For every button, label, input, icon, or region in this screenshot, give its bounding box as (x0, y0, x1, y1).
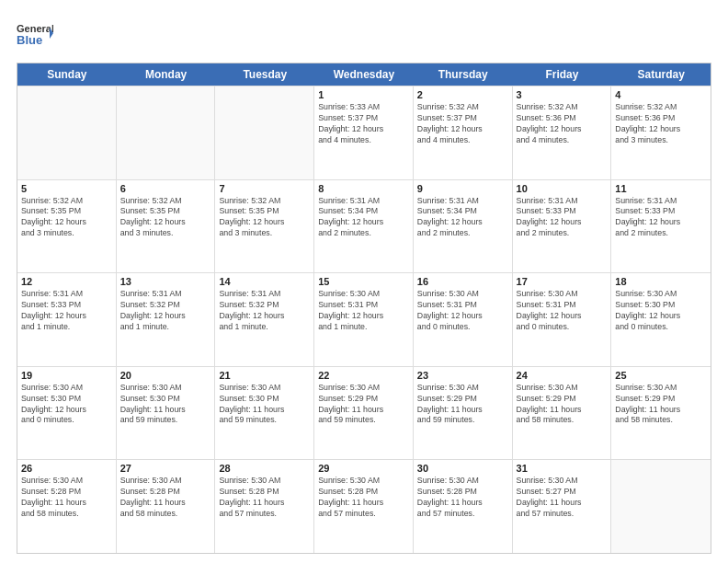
logo: GeneralBlue (17, 17, 53, 53)
calendar-cell: 17Sunrise: 5:30 AM Sunset: 5:31 PM Dayli… (513, 273, 612, 366)
calendar-cell: 6Sunrise: 5:32 AM Sunset: 5:35 PM Daylig… (117, 180, 216, 273)
weekday-header: Friday (513, 63, 612, 86)
day-number: 15 (318, 276, 409, 287)
day-number: 27 (120, 463, 211, 474)
calendar-cell: 26Sunrise: 5:30 AM Sunset: 5:28 PM Dayli… (17, 460, 117, 553)
calendar-cell: 27Sunrise: 5:30 AM Sunset: 5:28 PM Dayli… (117, 460, 216, 553)
day-number: 7 (219, 183, 310, 194)
weekday-header: Thursday (414, 63, 513, 86)
calendar-cell: 20Sunrise: 5:30 AM Sunset: 5:30 PM Dayli… (117, 367, 216, 460)
cell-info: Sunrise: 5:30 AM Sunset: 5:27 PM Dayligh… (517, 476, 608, 520)
day-number: 21 (219, 370, 310, 381)
calendar-cell: 18Sunrise: 5:30 AM Sunset: 5:30 PM Dayli… (611, 273, 711, 366)
calendar: SundayMondayTuesdayWednesdayThursdayFrid… (17, 63, 711, 554)
page: GeneralBlue SundayMondayTuesdayWednesday… (0, 0, 728, 563)
cell-info: Sunrise: 5:32 AM Sunset: 5:37 PM Dayligh… (417, 102, 508, 146)
calendar-header: SundayMondayTuesdayWednesdayThursdayFrid… (17, 63, 711, 86)
day-number: 16 (417, 276, 508, 287)
cell-info: Sunrise: 5:32 AM Sunset: 5:35 PM Dayligh… (120, 196, 211, 240)
cell-info: Sunrise: 5:30 AM Sunset: 5:28 PM Dayligh… (219, 476, 310, 520)
calendar-cell: 5Sunrise: 5:32 AM Sunset: 5:35 PM Daylig… (17, 180, 117, 273)
calendar-cell: 1Sunrise: 5:33 AM Sunset: 5:37 PM Daylig… (314, 86, 414, 179)
day-number: 8 (318, 183, 409, 194)
cell-info: Sunrise: 5:30 AM Sunset: 5:29 PM Dayligh… (615, 383, 707, 427)
day-number: 13 (120, 276, 211, 287)
weekday-header: Tuesday (215, 63, 314, 86)
calendar-cell: 25Sunrise: 5:30 AM Sunset: 5:29 PM Dayli… (611, 367, 711, 460)
cell-info: Sunrise: 5:30 AM Sunset: 5:29 PM Dayligh… (517, 383, 608, 427)
calendar-body: 1Sunrise: 5:33 AM Sunset: 5:37 PM Daylig… (17, 86, 711, 553)
calendar-cell (215, 86, 314, 179)
day-number: 9 (417, 183, 508, 194)
calendar-cell: 22Sunrise: 5:30 AM Sunset: 5:29 PM Dayli… (314, 367, 414, 460)
calendar-cell: 31Sunrise: 5:30 AM Sunset: 5:27 PM Dayli… (513, 460, 612, 553)
calendar-cell: 19Sunrise: 5:30 AM Sunset: 5:30 PM Dayli… (17, 367, 117, 460)
day-number: 17 (517, 276, 608, 287)
calendar-cell: 13Sunrise: 5:31 AM Sunset: 5:32 PM Dayli… (117, 273, 216, 366)
weekday-header: Sunday (17, 63, 117, 86)
calendar-cell: 8Sunrise: 5:31 AM Sunset: 5:34 PM Daylig… (314, 180, 414, 273)
calendar-cell: 2Sunrise: 5:32 AM Sunset: 5:37 PM Daylig… (414, 86, 513, 179)
calendar-cell: 10Sunrise: 5:31 AM Sunset: 5:33 PM Dayli… (513, 180, 612, 273)
cell-info: Sunrise: 5:32 AM Sunset: 5:35 PM Dayligh… (219, 196, 310, 240)
day-number: 30 (417, 463, 508, 474)
calendar-cell (17, 86, 117, 179)
day-number: 4 (615, 89, 707, 100)
calendar-cell: 15Sunrise: 5:30 AM Sunset: 5:31 PM Dayli… (314, 273, 414, 366)
day-number: 19 (21, 370, 112, 381)
cell-info: Sunrise: 5:31 AM Sunset: 5:33 PM Dayligh… (517, 196, 608, 240)
calendar-cell: 28Sunrise: 5:30 AM Sunset: 5:28 PM Dayli… (215, 460, 314, 553)
cell-info: Sunrise: 5:31 AM Sunset: 5:32 PM Dayligh… (120, 289, 211, 333)
header: GeneralBlue (17, 17, 711, 53)
cell-info: Sunrise: 5:30 AM Sunset: 5:28 PM Dayligh… (417, 476, 508, 520)
weekday-header: Saturday (611, 63, 711, 86)
day-number: 23 (417, 370, 508, 381)
cell-info: Sunrise: 5:30 AM Sunset: 5:30 PM Dayligh… (219, 383, 310, 427)
cell-info: Sunrise: 5:33 AM Sunset: 5:37 PM Dayligh… (318, 102, 409, 146)
calendar-cell: 12Sunrise: 5:31 AM Sunset: 5:33 PM Dayli… (17, 273, 117, 366)
cell-info: Sunrise: 5:30 AM Sunset: 5:30 PM Dayligh… (120, 383, 211, 427)
calendar-cell: 4Sunrise: 5:32 AM Sunset: 5:36 PM Daylig… (611, 86, 711, 179)
day-number: 5 (21, 183, 112, 194)
day-number: 29 (318, 463, 409, 474)
day-number: 28 (219, 463, 310, 474)
day-number: 2 (417, 89, 508, 100)
cell-info: Sunrise: 5:31 AM Sunset: 5:32 PM Dayligh… (219, 289, 310, 333)
cell-info: Sunrise: 5:32 AM Sunset: 5:36 PM Dayligh… (517, 102, 608, 146)
calendar-cell (117, 86, 216, 179)
day-number: 18 (615, 276, 707, 287)
cell-info: Sunrise: 5:30 AM Sunset: 5:31 PM Dayligh… (318, 289, 409, 333)
cell-info: Sunrise: 5:30 AM Sunset: 5:29 PM Dayligh… (417, 383, 508, 427)
calendar-cell: 16Sunrise: 5:30 AM Sunset: 5:31 PM Dayli… (414, 273, 513, 366)
cell-info: Sunrise: 5:31 AM Sunset: 5:33 PM Dayligh… (615, 196, 707, 240)
day-number: 6 (120, 183, 211, 194)
day-number: 26 (21, 463, 112, 474)
calendar-cell: 29Sunrise: 5:30 AM Sunset: 5:28 PM Dayli… (314, 460, 414, 553)
cell-info: Sunrise: 5:30 AM Sunset: 5:30 PM Dayligh… (615, 289, 707, 333)
cell-info: Sunrise: 5:30 AM Sunset: 5:28 PM Dayligh… (120, 476, 211, 520)
weekday-header: Wednesday (314, 63, 414, 86)
cell-info: Sunrise: 5:31 AM Sunset: 5:33 PM Dayligh… (21, 289, 112, 333)
day-number: 22 (318, 370, 409, 381)
calendar-row: 12Sunrise: 5:31 AM Sunset: 5:33 PM Dayli… (17, 272, 711, 366)
day-number: 25 (615, 370, 707, 381)
day-number: 1 (318, 89, 409, 100)
calendar-cell: 9Sunrise: 5:31 AM Sunset: 5:34 PM Daylig… (414, 180, 513, 273)
weekday-header: Monday (117, 63, 216, 86)
calendar-row: 1Sunrise: 5:33 AM Sunset: 5:37 PM Daylig… (17, 86, 711, 179)
calendar-row: 19Sunrise: 5:30 AM Sunset: 5:30 PM Dayli… (17, 366, 711, 460)
day-number: 11 (615, 183, 707, 194)
calendar-cell: 21Sunrise: 5:30 AM Sunset: 5:30 PM Dayli… (215, 367, 314, 460)
cell-info: Sunrise: 5:32 AM Sunset: 5:36 PM Dayligh… (615, 102, 707, 146)
calendar-cell: 3Sunrise: 5:32 AM Sunset: 5:36 PM Daylig… (513, 86, 612, 179)
cell-info: Sunrise: 5:30 AM Sunset: 5:30 PM Dayligh… (21, 383, 112, 427)
day-number: 10 (517, 183, 608, 194)
calendar-cell: 7Sunrise: 5:32 AM Sunset: 5:35 PM Daylig… (215, 180, 314, 273)
day-number: 3 (517, 89, 608, 100)
cell-info: Sunrise: 5:30 AM Sunset: 5:28 PM Dayligh… (318, 476, 409, 520)
calendar-row: 26Sunrise: 5:30 AM Sunset: 5:28 PM Dayli… (17, 459, 711, 553)
calendar-row: 5Sunrise: 5:32 AM Sunset: 5:35 PM Daylig… (17, 179, 711, 273)
day-number: 14 (219, 276, 310, 287)
cell-info: Sunrise: 5:30 AM Sunset: 5:28 PM Dayligh… (21, 476, 112, 520)
day-number: 20 (120, 370, 211, 381)
